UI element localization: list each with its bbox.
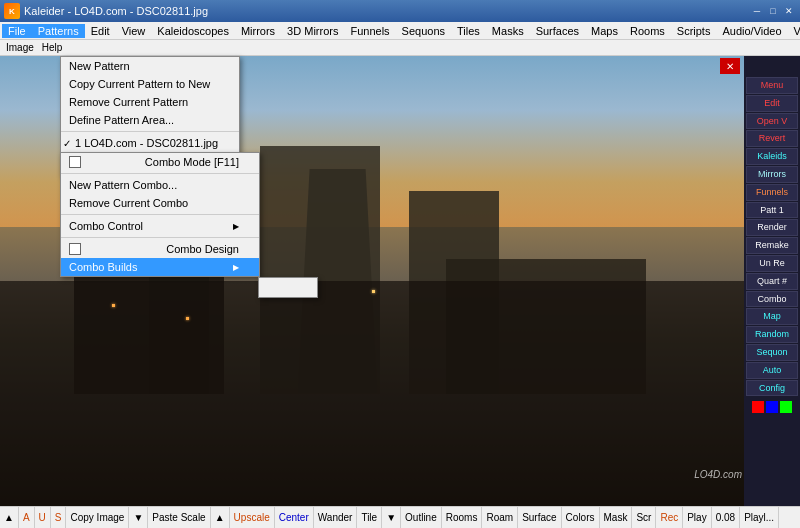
bottom-center[interactable]: Center xyxy=(275,507,314,528)
bottom-rec[interactable]: Rec xyxy=(656,507,683,528)
menu-new-combo[interactable]: New Pattern Combo... xyxy=(61,176,259,194)
bottom-up-arrow[interactable]: ▲ xyxy=(0,507,19,528)
combo-design-label: Combo Design xyxy=(166,243,239,255)
sidebar-menu-btn[interactable]: Menu xyxy=(746,77,798,94)
title-bar-title: Kaleider - LO4D.com - DSC02811.jpg xyxy=(24,5,208,17)
bottom-wander[interactable]: Wander xyxy=(314,507,358,528)
bottom-playl[interactable]: Playl... xyxy=(740,507,779,528)
sep-combos2 xyxy=(61,214,259,215)
menu-edit[interactable]: Edit xyxy=(85,24,116,38)
sidebar-revert-btn[interactable]: Revert xyxy=(746,130,798,147)
combos-submenu: Combo Mode [F11] New Pattern Combo... Re… xyxy=(60,152,260,277)
bottom-mask[interactable]: Mask xyxy=(600,507,633,528)
bottom-upscale[interactable]: Upscale xyxy=(230,507,275,528)
sidebar-patt1-btn[interactable]: Patt 1 xyxy=(746,202,798,219)
menu-define-area[interactable]: Define Pattern Area... xyxy=(61,111,239,129)
menu-funnels[interactable]: Funnels xyxy=(344,24,395,38)
menu-audiovideo[interactable]: Audio/Video xyxy=(716,24,787,38)
bottom-tile[interactable]: Tile xyxy=(357,507,382,528)
builds-empty xyxy=(259,278,317,297)
bottom-rooms[interactable]: Rooms xyxy=(442,507,483,528)
sidebar-open-v-btn[interactable]: Open V xyxy=(746,113,798,130)
title-bar: K Kaleider - LO4D.com - DSC02811.jpg ─ □… xyxy=(0,0,800,22)
sidebar-kaleids-btn[interactable]: Kaleids xyxy=(746,148,798,165)
bottom-a[interactable]: A xyxy=(19,507,35,528)
menu-vj[interactable]: VJ xyxy=(788,24,800,38)
app-icon: K xyxy=(4,3,20,19)
sidebar-combo-btn[interactable]: Combo xyxy=(746,291,798,308)
bottom-down2[interactable]: ▼ xyxy=(382,507,401,528)
menu-rooms[interactable]: Rooms xyxy=(624,24,671,38)
bottom-roam[interactable]: Roam xyxy=(482,507,518,528)
sidebar-quart-btn[interactable]: Quart # xyxy=(746,273,798,290)
minimize-button[interactable]: ─ xyxy=(750,4,764,18)
sidebar-random-btn[interactable]: Random xyxy=(746,326,798,343)
bottom-copy-image[interactable]: Copy Image xyxy=(66,507,129,528)
combo-mode-label: Combo Mode [F11] xyxy=(145,156,239,168)
sidebar-edit-btn[interactable]: Edit xyxy=(746,95,798,112)
menu-copy-pattern[interactable]: Copy Current Pattern to New xyxy=(61,75,239,93)
menu-combo-mode[interactable]: Combo Mode [F11] xyxy=(61,153,259,171)
menu-bar2: Image Help xyxy=(0,40,800,56)
bottom-scr[interactable]: Scr xyxy=(632,507,656,528)
sidebar-funnels-btn[interactable]: Funnels xyxy=(746,184,798,201)
separator1 xyxy=(61,131,239,132)
color-red[interactable] xyxy=(752,401,764,413)
menu2-image[interactable]: Image xyxy=(2,41,38,54)
menu-masks[interactable]: Masks xyxy=(486,24,530,38)
sidebar-mirrors-btn[interactable]: Mirrors xyxy=(746,166,798,183)
menu-scripts[interactable]: Scripts xyxy=(671,24,717,38)
close-button[interactable]: ✕ xyxy=(782,4,796,18)
logo: LO4D.com xyxy=(694,469,742,480)
sidebar-auto-btn[interactable]: Auto xyxy=(746,362,798,379)
combo-design-checkbox[interactable] xyxy=(69,243,81,255)
menu-kaleidoscopes[interactable]: Kaleidoscopes xyxy=(151,24,235,38)
menu-new-pattern[interactable]: New Pattern xyxy=(61,57,239,75)
menu-patterns[interactable]: Patterns xyxy=(32,24,85,38)
bottom-play[interactable]: Play xyxy=(683,507,711,528)
bottom-up2[interactable]: ▲ xyxy=(211,507,230,528)
menu-mirrors[interactable]: Mirrors xyxy=(235,24,281,38)
bottom-u[interactable]: U xyxy=(35,507,51,528)
menu-view[interactable]: View xyxy=(116,24,152,38)
title-bar-controls: ─ □ ✕ xyxy=(750,4,796,18)
sep-combos1 xyxy=(61,173,259,174)
sidebar-sequon-btn[interactable]: Sequon xyxy=(746,344,798,361)
color-green[interactable] xyxy=(780,401,792,413)
sidebar-render-btn[interactable]: Render xyxy=(746,219,798,236)
combo-mode-checkbox[interactable] xyxy=(69,156,81,168)
menu-sequons[interactable]: Sequons xyxy=(396,24,451,38)
sidebar-close-x[interactable]: ✕ xyxy=(720,58,740,74)
menu-current-file[interactable]: 1 LO4D.com - DSC02811.jpg xyxy=(61,134,239,152)
sidebar-config-btn[interactable]: Config xyxy=(746,380,798,397)
menu-file[interactable]: File xyxy=(2,24,32,38)
menu-combo-builds[interactable]: Combo Builds xyxy=(61,258,259,276)
color-blue[interactable] xyxy=(766,401,778,413)
title-bar-left: K Kaleider - LO4D.com - DSC02811.jpg xyxy=(4,3,208,19)
menu2-help[interactable]: Help xyxy=(38,41,67,54)
menu-surfaces[interactable]: Surfaces xyxy=(530,24,585,38)
bottom-bar: ▲ A U S Copy Image ▼ Paste Scale ▲ Upsca… xyxy=(0,506,800,528)
right-sidebar: ✕ Menu Edit Open V Revert Kaleids Mirror… xyxy=(744,56,800,506)
bottom-down-arrow[interactable]: ▼ xyxy=(129,507,148,528)
bottom-colors[interactable]: Colors xyxy=(562,507,600,528)
builds-submenu xyxy=(258,277,318,298)
sidebar-map-btn[interactable]: Map xyxy=(746,308,798,325)
sep-combos3 xyxy=(61,237,259,238)
bottom-outline[interactable]: Outline xyxy=(401,507,442,528)
menu-remove-combo[interactable]: Remove Current Combo xyxy=(61,194,259,212)
menu-3d-mirrors[interactable]: 3D Mirrors xyxy=(281,24,344,38)
menu-combo-design[interactable]: Combo Design xyxy=(61,240,259,258)
bottom-paste-scale[interactable]: Paste Scale xyxy=(148,507,210,528)
bottom-surface[interactable]: Surface xyxy=(518,507,561,528)
menu-bar: File Patterns Edit View Kaleidoscopes Mi… xyxy=(0,22,800,40)
bottom-speed[interactable]: 0.08 xyxy=(712,507,740,528)
maximize-button[interactable]: □ xyxy=(766,4,780,18)
sidebar-remake-btn[interactable]: Remake xyxy=(746,237,798,254)
bottom-s[interactable]: S xyxy=(51,507,67,528)
menu-combo-control[interactable]: Combo Control xyxy=(61,217,259,235)
menu-remove-pattern[interactable]: Remove Current Pattern xyxy=(61,93,239,111)
menu-maps[interactable]: Maps xyxy=(585,24,624,38)
menu-tiles[interactable]: Tiles xyxy=(451,24,486,38)
sidebar-un-re-btn[interactable]: Un Re xyxy=(746,255,798,272)
